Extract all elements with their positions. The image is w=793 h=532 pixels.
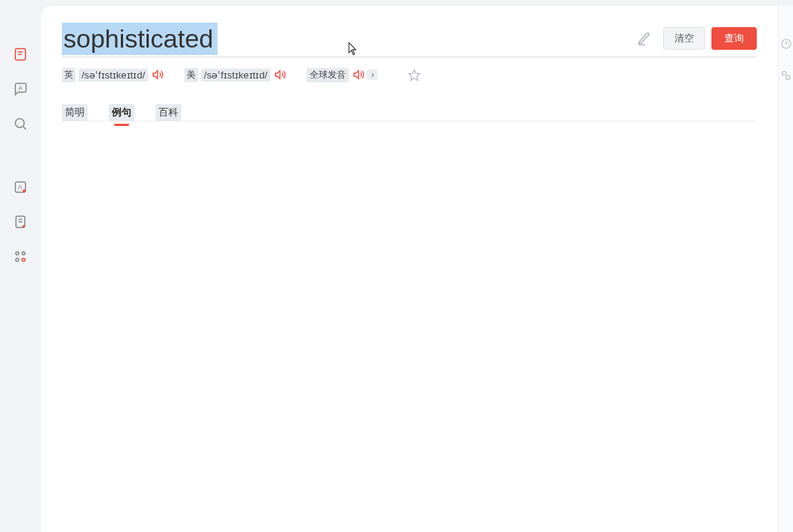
nav-translate-icon[interactable]: A bbox=[10, 78, 31, 100]
svg-point-4 bbox=[15, 118, 24, 128]
svg-marker-20 bbox=[354, 71, 359, 79]
search-button[interactable]: 查询 bbox=[711, 27, 757, 50]
tab-examples[interactable]: 例句 bbox=[109, 104, 134, 121]
nav-vocab-icon[interactable]: A bbox=[10, 177, 31, 198]
left-sidebar: A A bbox=[0, 0, 41, 532]
svg-marker-19 bbox=[276, 71, 280, 79]
pron-uk-ipa: /səˈfɪstɪkeɪtɪd/ bbox=[79, 69, 148, 81]
svg-point-14 bbox=[22, 252, 25, 255]
main-panel: sophisticated 清空 查询 英 /səˈfɪstɪkeɪtɪd/ bbox=[41, 6, 778, 532]
pronunciation-row: 英 /səˈfɪstɪkeɪtɪd/ 美 /səˈfɪstɪkeɪtɪd/ 全球… bbox=[62, 68, 757, 82]
pron-us-label: 美 bbox=[184, 68, 198, 82]
clear-button[interactable]: 清空 bbox=[663, 27, 705, 50]
link-icon[interactable] bbox=[780, 69, 792, 81]
speaker-us-icon[interactable] bbox=[273, 69, 285, 81]
svg-point-16 bbox=[22, 258, 25, 261]
handwriting-icon[interactable] bbox=[636, 30, 653, 47]
svg-marker-21 bbox=[409, 69, 419, 80]
svg-text:A: A bbox=[19, 85, 23, 91]
pron-global-label: 全球发音 bbox=[307, 68, 349, 82]
pron-uk: 英 /səˈfɪstɪkeɪtɪd/ bbox=[62, 68, 163, 82]
svg-point-23 bbox=[782, 72, 785, 75]
speaker-uk-icon[interactable] bbox=[151, 69, 163, 81]
mouse-cursor-icon bbox=[347, 42, 358, 57]
svg-text:A: A bbox=[18, 183, 23, 191]
nav-dictionary-icon[interactable] bbox=[10, 44, 31, 65]
tab-concise[interactable]: 简明 bbox=[62, 104, 88, 121]
tabs-row: 简明 例句 百科 bbox=[62, 99, 757, 121]
svg-line-5 bbox=[23, 127, 26, 130]
nav-notes-icon[interactable] bbox=[10, 211, 31, 232]
right-sidebar bbox=[778, 6, 793, 532]
pron-us: 美 /səˈfɪstɪkeɪtɪd/ bbox=[184, 68, 285, 82]
chevron-right-icon[interactable] bbox=[367, 69, 378, 80]
search-row: sophisticated 清空 查询 bbox=[62, 23, 757, 57]
nav-apps-icon[interactable] bbox=[10, 246, 31, 267]
svg-point-12 bbox=[23, 225, 25, 227]
speaker-global-icon[interactable] bbox=[352, 69, 364, 81]
pron-us-ipa: /səˈfɪstɪkeɪtɪd/ bbox=[201, 69, 270, 81]
search-input[interactable]: sophisticated bbox=[62, 23, 218, 55]
favorite-star-icon[interactable] bbox=[408, 69, 421, 81]
nav-search-icon[interactable] bbox=[10, 113, 31, 134]
history-icon[interactable] bbox=[780, 38, 792, 50]
pron-global: 全球发音 bbox=[307, 68, 378, 82]
svg-marker-18 bbox=[153, 71, 158, 79]
svg-point-15 bbox=[16, 258, 19, 261]
svg-point-8 bbox=[23, 189, 26, 192]
pron-uk-label: 英 bbox=[62, 68, 76, 82]
svg-point-24 bbox=[786, 75, 790, 79]
tab-encyclopedia[interactable]: 百科 bbox=[156, 104, 181, 121]
svg-point-13 bbox=[16, 252, 19, 255]
